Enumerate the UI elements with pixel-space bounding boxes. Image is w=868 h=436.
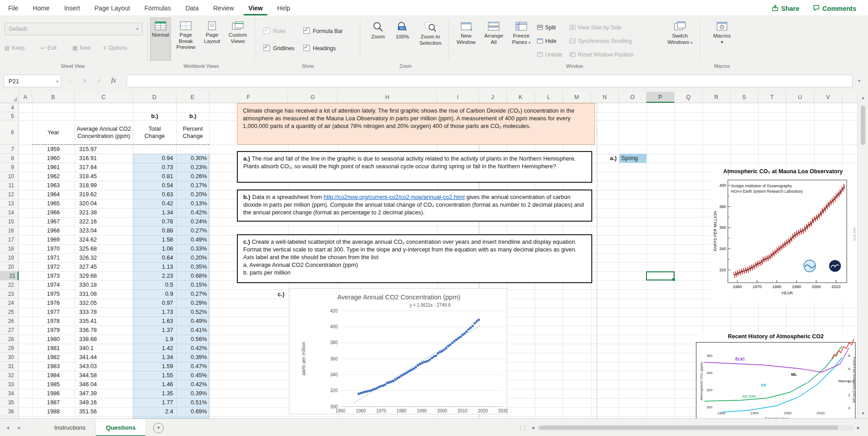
sheet-nav-left-icon[interactable]: ◄	[2, 419, 14, 436]
mauna-loa-observatory-image[interactable]: Atmospheric CO₂ at Mauna Loa Observatory…	[710, 166, 856, 302]
scroll-right-icon[interactable]: ►	[856, 425, 861, 430]
cell-total-change[interactable]: 1.35	[133, 389, 176, 398]
cell-total-change[interactable]: 0.5	[133, 280, 176, 289]
row-header-9[interactable]: 9	[0, 163, 16, 172]
cell-percent-change[interactable]: 0.42%	[176, 208, 209, 217]
cell-year[interactable]: 1977	[32, 308, 75, 317]
cell-year[interactable]: 1960	[32, 154, 75, 163]
cell-concentration[interactable]: 316.91	[79, 154, 131, 163]
row-header-8[interactable]: 8	[0, 154, 16, 163]
cell-percent-change[interactable]: 0.42%	[176, 380, 209, 389]
headings-checkbox[interactable]: ✓Headings	[303, 45, 336, 53]
cell-concentration[interactable]: 343.03	[79, 362, 131, 371]
new-sheet-view-button[interactable]: ▦New	[72, 43, 90, 52]
cell-concentration[interactable]: 318.99	[79, 181, 131, 190]
row-header-22[interactable]: 22	[0, 280, 16, 289]
column-header-R[interactable]: R	[703, 92, 731, 103]
cell-concentration[interactable]: 323.04	[79, 226, 131, 235]
cell-year[interactable]: 1989	[32, 416, 75, 418]
cell-total-change[interactable]: 1.34	[133, 208, 176, 217]
column-header-K[interactable]: K	[507, 92, 535, 103]
row-header-17[interactable]: 17	[0, 235, 16, 244]
cell-percent-change[interactable]: 0.49%	[176, 235, 209, 244]
cell-percent-change[interactable]: 0.68%	[176, 271, 209, 280]
cell-concentration[interactable]: 349.16	[79, 398, 131, 407]
cell-concentration[interactable]: 317.64	[79, 163, 131, 172]
menu-help[interactable]: Help	[273, 1, 295, 15]
menu-insert[interactable]: Insert	[60, 1, 85, 15]
cell-percent-change[interactable]: 0.43%	[176, 416, 209, 418]
cell-total-change[interactable]: 1.51	[133, 416, 176, 418]
cell-year[interactable]: 1976	[32, 299, 75, 308]
cell-year[interactable]: 1968	[32, 226, 75, 235]
cell-percent-change[interactable]: 0.20%	[176, 190, 209, 199]
confirm-entry-icon[interactable]: ✓	[97, 77, 102, 84]
row-header-15[interactable]: 15	[0, 217, 16, 226]
cell-concentration[interactable]: 322.16	[79, 217, 131, 226]
row-header-35[interactable]: 35	[0, 398, 16, 407]
row-header-19[interactable]: 19	[0, 253, 16, 262]
cell-total-change[interactable]: 0.9	[133, 289, 176, 299]
page-break-preview-button[interactable]: Page Break Preview	[173, 18, 199, 61]
cell-concentration[interactable]: 324.62	[79, 235, 131, 244]
column-header-A[interactable]: A	[19, 92, 32, 103]
column-header-F[interactable]: F	[209, 92, 288, 103]
cell-total-change[interactable]: 1.13	[133, 262, 176, 271]
column-header-Q[interactable]: Q	[675, 92, 703, 103]
keep-button[interactable]: ▤Keep	[5, 43, 24, 52]
cell-total-change[interactable]: 0.97	[133, 299, 176, 308]
cell-year[interactable]: 1965	[32, 199, 75, 208]
row-header-10[interactable]: 10	[0, 172, 16, 181]
cell-total-change[interactable]: 0.73	[133, 163, 176, 172]
row-header-37[interactable]: 37	[0, 416, 16, 418]
share-button[interactable]: Share	[772, 5, 799, 13]
intro-text-box[interactable]: Climate change has received a lot of att…	[237, 103, 595, 145]
unhide-button[interactable]: Unhide	[537, 50, 562, 60]
cell-year[interactable]: 1963	[32, 181, 75, 190]
cell-year[interactable]: 1961	[32, 163, 75, 172]
cell-percent-change[interactable]: 0.47%	[176, 362, 209, 371]
cell-concentration[interactable]: 353.07	[79, 416, 131, 418]
row-header-20[interactable]: 20	[0, 262, 16, 271]
sheet-view-dropdown[interactable]: Default ▾	[5, 23, 142, 35]
column-header-O[interactable]: O	[619, 92, 646, 103]
fill-handle[interactable]	[672, 278, 675, 281]
vertical-scrollbar-thumb[interactable]	[861, 105, 865, 145]
row-header-29[interactable]: 29	[0, 344, 16, 353]
cell-year[interactable]: 1971	[32, 253, 75, 262]
row-header-14[interactable]: 14	[0, 208, 16, 217]
cell-year[interactable]: 1962	[32, 172, 75, 181]
cell-concentration[interactable]: 344.58	[79, 371, 131, 380]
cell-total-change[interactable]: 1.63	[133, 317, 176, 326]
row-header-4[interactable]: 4	[0, 103, 16, 112]
row-header-36[interactable]: 36	[0, 407, 16, 416]
cell-percent-change[interactable]: 0.13%	[176, 199, 209, 208]
cell-total-change[interactable]: 1.73	[133, 308, 176, 317]
cell-year[interactable]: 1970	[32, 244, 75, 253]
row-header-13[interactable]: 13	[0, 199, 16, 208]
cell-concentration[interactable]: 331.08	[79, 289, 131, 299]
cell-percent-change[interactable]: 0.39%	[176, 389, 209, 398]
answer-spring-cell[interactable]: Spring	[619, 154, 646, 163]
cell-concentration[interactable]: 320.04	[79, 199, 131, 208]
cell-total-change[interactable]: 2.4	[133, 407, 176, 416]
cell-percent-change[interactable]: 0.24%	[176, 217, 209, 226]
row-header-25[interactable]: 25	[0, 308, 16, 317]
page-layout-button[interactable]: Page Layout	[201, 18, 223, 61]
column-header-J[interactable]: J	[479, 92, 507, 103]
formula-bar-checkbox[interactable]: ✓Formula Bar	[303, 28, 343, 36]
cell-total-change[interactable]: 0.81	[133, 172, 176, 181]
cell-total-change[interactable]: 1.46	[133, 380, 176, 389]
cell-year[interactable]: 1974	[32, 280, 75, 289]
cell-percent-change[interactable]: 0.41%	[176, 326, 209, 335]
cell-percent-change[interactable]: 0.27%	[176, 226, 209, 235]
cell-percent-change[interactable]: 0.52%	[176, 308, 209, 317]
cell-concentration[interactable]: 351.56	[79, 407, 131, 416]
cancel-entry-icon[interactable]: ✕	[82, 77, 87, 84]
cell-concentration[interactable]: 318.45	[79, 172, 131, 181]
cell-year[interactable]: 1984	[32, 371, 75, 380]
column-header-U[interactable]: U	[786, 92, 814, 103]
row-header-23[interactable]: 23	[0, 289, 16, 299]
menu-data[interactable]: Data	[181, 1, 203, 15]
cell-percent-change[interactable]: 0.39%	[176, 353, 209, 362]
